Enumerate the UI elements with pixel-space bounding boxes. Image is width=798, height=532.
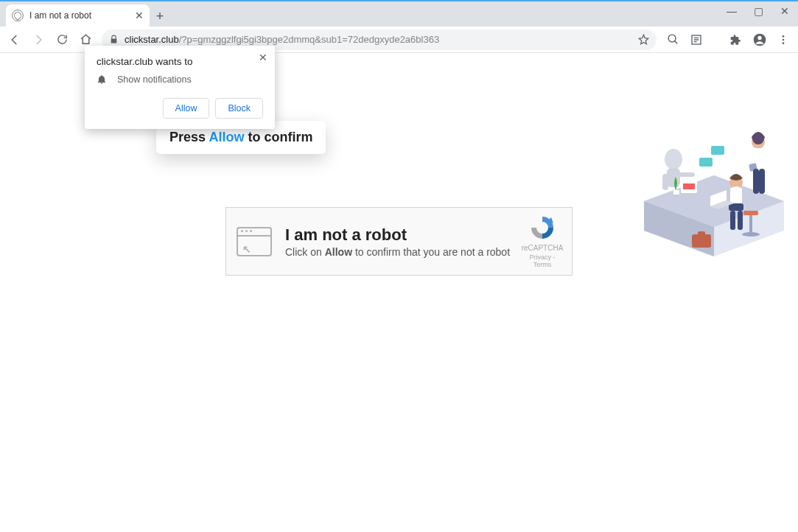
recaptcha-privacy-link[interactable]: Privacy (529, 253, 551, 261)
notification-permission-dialog: ✕ clickstar.club wants to Show notificat… (85, 46, 275, 129)
svg-rect-29 (692, 234, 711, 248)
url-text: clickstar.club/?p=gmzggzlfgi5gi3bpge2dmm… (125, 34, 632, 45)
svg-rect-11 (679, 172, 695, 177)
tab-close-button[interactable]: ✕ (135, 10, 144, 21)
zoom-icon[interactable] (662, 29, 683, 50)
svg-point-0 (668, 35, 676, 42)
reader-icon[interactable] (686, 29, 707, 50)
svg-point-5 (783, 38, 785, 41)
svg-rect-27 (699, 158, 713, 167)
svg-rect-30 (698, 231, 705, 236)
svg-rect-20 (738, 211, 743, 230)
back-button[interactable] (4, 29, 25, 50)
allow-button[interactable]: Allow (163, 98, 210, 119)
banner-text-post: to confirm (244, 130, 312, 144)
svg-point-4 (783, 35, 785, 38)
maximize-button[interactable]: ▢ (745, 0, 771, 22)
bookmark-star-icon[interactable] (638, 34, 649, 45)
dialog-title: clickstar.club wants to (97, 56, 263, 67)
recaptcha-box: ↖ I am not a robot Click on Allow to con… (225, 207, 573, 276)
browser-tab[interactable]: I am not a robot ✕ (6, 4, 150, 27)
recaptcha-brand: reCAPTCHA (520, 244, 564, 252)
svg-point-3 (757, 35, 761, 39)
banner-text-allow: Allow (209, 130, 244, 144)
svg-rect-21 (743, 211, 758, 215)
svg-rect-9 (667, 168, 680, 187)
dialog-close-button[interactable]: ✕ (259, 52, 267, 63)
office-illustration (640, 102, 788, 264)
permission-row: Show notifications (97, 74, 263, 85)
svg-rect-18 (729, 203, 743, 211)
permission-label: Show notifications (117, 74, 192, 85)
tab-title: I am not a robot (29, 10, 129, 21)
reload-button[interactable] (52, 29, 72, 50)
forward-button[interactable] (28, 29, 49, 50)
recaptcha-title: I am not a robot (285, 225, 520, 245)
svg-rect-16 (759, 169, 765, 194)
browser-window-icon: ↖ (237, 227, 272, 256)
globe-icon (12, 10, 24, 21)
svg-rect-10 (662, 174, 668, 190)
svg-rect-19 (730, 211, 735, 230)
svg-rect-22 (749, 215, 752, 233)
svg-rect-26 (673, 190, 679, 195)
lock-icon (109, 35, 119, 44)
svg-point-8 (665, 149, 682, 169)
banner-text-pre: Press (169, 130, 209, 144)
svg-rect-28 (711, 146, 724, 155)
svg-point-23 (742, 232, 760, 237)
bell-icon (97, 74, 107, 85)
recaptcha-logo: reCAPTCHA Privacy - Terms (520, 214, 564, 268)
window-close-button[interactable]: ✕ (771, 0, 798, 22)
svg-rect-25 (683, 183, 695, 189)
new-tab-button[interactable]: + (150, 6, 170, 27)
tab-strip: I am not a robot ✕ + (0, 0, 798, 27)
extensions-icon[interactable] (726, 29, 746, 50)
recaptcha-terms-link[interactable]: Terms (533, 261, 552, 268)
profile-icon[interactable] (749, 29, 770, 50)
url-host: clickstar.club (125, 34, 179, 45)
url-path: /?p=gmzggzlfgi5gi3bpge2dmmq&sub1=72dedgx… (179, 34, 439, 45)
block-button[interactable]: Block (215, 98, 263, 119)
recaptcha-subtitle: Click on Allow to confirm that you are n… (285, 246, 520, 258)
menu-icon[interactable] (773, 29, 794, 50)
minimize-button[interactable]: — (718, 0, 745, 22)
svg-rect-15 (753, 169, 759, 194)
svg-point-6 (783, 42, 785, 44)
